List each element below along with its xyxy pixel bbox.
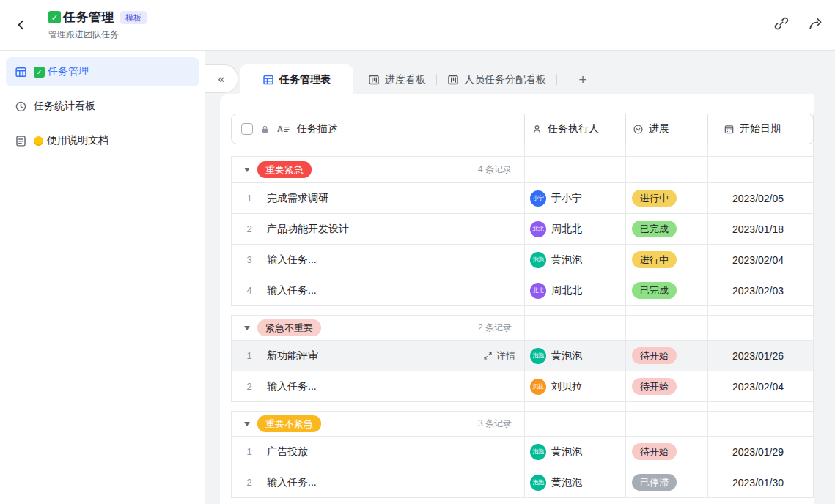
header-assignee-column[interactable]: 任务执行人 (524, 114, 625, 144)
assignee-cell[interactable]: 泡泡 黄泡泡 (524, 341, 625, 371)
assignee-cell[interactable]: 泡泡 黄泡泡 (524, 467, 625, 497)
sidebar-item-label: 使用说明文档 (47, 134, 108, 147)
row-index: 4 (232, 285, 267, 296)
sidebar-item-task-management[interactable]: ✓ 任务管理 (6, 57, 199, 86)
task-cell[interactable]: 3 输入任务... (232, 245, 524, 275)
header-progress-column[interactable]: 进展 (625, 114, 707, 144)
select-field-icon (633, 124, 644, 135)
date-value: 2023/01/30 (732, 477, 784, 489)
progress-cell[interactable]: 已停滞 (625, 467, 707, 497)
column-label: 进展 (649, 122, 669, 136)
task-cell[interactable]: 1 完成需求调研 (232, 183, 524, 213)
collapse-triangle-icon[interactable] (244, 326, 250, 330)
status-badge: 已完成 (632, 282, 677, 299)
task-cell[interactable]: 2 输入任务... (232, 467, 524, 497)
tab-label: 人员任务分配看板 (464, 73, 546, 86)
group-important-urgent: 重要紧急 4 条记录 1 完成需求调研 小宁 于小宁 进行中 (231, 156, 814, 306)
table-row[interactable]: 1 完成需求调研 小宁 于小宁 进行中 2023/02/05 (232, 183, 814, 214)
date-cell[interactable]: 2023/01/26 (707, 341, 813, 371)
status-badge: 进行中 (632, 190, 677, 207)
progress-cell[interactable]: 待开始 (625, 341, 707, 371)
assignee-cell[interactable]: 泡泡 黄泡泡 (524, 245, 625, 275)
progress-cell[interactable]: 待开始 (625, 437, 707, 467)
tab-task-table[interactable]: 任务管理表 (240, 64, 353, 94)
date-cell[interactable]: 2023/02/04 (707, 245, 813, 275)
status-badge: 待开始 (632, 347, 677, 364)
group-header[interactable]: 重要不紧急 3 条记录 (232, 411, 814, 437)
assignee-cell[interactable]: 北北 周北北 (524, 214, 625, 244)
assignee-name: 周北北 (551, 223, 582, 236)
page-subtitle: 管理跟进团队任务 (48, 29, 147, 41)
task-cell[interactable]: 1 新功能评审 详情 (232, 341, 524, 371)
avatar: 泡泡 (530, 475, 546, 491)
table-row[interactable]: 3 输入任务... 泡泡 黄泡泡 进行中 2023/02/04 (232, 245, 814, 275)
assignee-cell[interactable]: 泡泡 黄泡泡 (524, 437, 625, 467)
table-row[interactable]: 4 输入任务... 北北 周北北 已完成 2023/02/03 (232, 275, 814, 306)
date-cell[interactable]: 2023/01/30 (707, 467, 813, 497)
share-button[interactable] (807, 15, 823, 32)
assignee-cell[interactable]: 贝拉 刘贝拉 (524, 371, 625, 401)
header-task-column[interactable]: A 任务描述 (232, 114, 524, 144)
group-header[interactable]: 紧急不重要 2 条记录 (232, 315, 814, 341)
assignee-name: 于小宁 (551, 192, 582, 205)
back-button[interactable] (12, 15, 31, 34)
avatar: 北北 (530, 221, 546, 237)
avatar: 小宁 (530, 190, 546, 207)
table-right-edge (813, 114, 814, 497)
group-urgent-not-important: 紧急不重要 2 条记录 1 新功能评审 (231, 315, 814, 402)
date-cell[interactable]: 2023/01/18 (707, 214, 813, 244)
assignee-cell[interactable]: 北北 周北北 (524, 275, 625, 305)
table-row[interactable]: 2 输入任务... 泡泡 黄泡泡 已停滞 2023/01/30 (232, 467, 814, 498)
sidebar-collapse-button[interactable]: « (205, 64, 238, 93)
assignee-cell[interactable]: 小宁 于小宁 (524, 183, 625, 213)
progress-cell[interactable]: 进行中 (625, 245, 707, 275)
date-value: 2023/01/29 (732, 446, 784, 458)
row-index: 2 (232, 477, 267, 488)
doc-icon (15, 135, 27, 147)
group-header[interactable]: 重要紧急 4 条记录 (232, 156, 814, 183)
task-cell[interactable]: 4 输入任务... (232, 275, 524, 305)
detail-button[interactable]: 详情 (483, 349, 515, 363)
tab-divider (556, 74, 557, 85)
task-cell[interactable]: 2 输入任务... (232, 371, 524, 401)
sidebar-item-label: 任务统计看板 (34, 100, 95, 113)
status-badge: 已停滞 (632, 474, 677, 491)
task-cell[interactable]: 1 广告投放 (232, 437, 524, 467)
collapse-triangle-icon[interactable] (244, 422, 250, 426)
green-check-icon: ✓ (48, 11, 61, 23)
date-cell[interactable]: 2023/02/05 (707, 183, 813, 213)
table-row[interactable]: 1 新功能评审 详情 泡 (232, 341, 814, 371)
sidebar-item-usage-doc[interactable]: 使用说明文档 (6, 126, 199, 155)
progress-cell[interactable]: 待开始 (625, 371, 707, 401)
progress-cell[interactable]: 已完成 (625, 275, 707, 305)
date-cell[interactable]: 2023/02/03 (707, 275, 813, 305)
task-text: 输入任务... (267, 284, 317, 297)
group-badge: 重要不紧急 (257, 415, 321, 432)
collapse-triangle-icon[interactable] (244, 168, 250, 172)
table-row[interactable]: 1 广告投放 泡泡 黄泡泡 待开始 2023/01/29 (232, 437, 814, 467)
date-cell[interactable]: 2023/02/04 (707, 371, 813, 401)
task-cell[interactable]: 2 产品功能开发设计 (232, 214, 524, 244)
column-divider (625, 114, 626, 497)
progress-cell[interactable]: 进行中 (625, 183, 707, 213)
assignee-name: 刘贝拉 (551, 380, 582, 393)
copy-link-button[interactable] (773, 15, 790, 32)
avatar: 贝拉 (530, 379, 546, 395)
avatar: 泡泡 (530, 444, 546, 460)
task-text: 输入任务... (267, 253, 317, 267)
table-row[interactable]: 2 输入任务... 贝拉 刘贝拉 待开始 2023/02/04 (232, 371, 814, 402)
table-body: A 任务描述 (231, 114, 814, 504)
add-view-button[interactable]: + (573, 70, 592, 89)
date-cell[interactable]: 2023/01/29 (707, 437, 813, 467)
tab-staff-allocation-board[interactable]: 人员任务分配看板 (444, 73, 549, 86)
sidebar-item-task-stats-board[interactable]: 任务统计看板 (6, 92, 199, 121)
tab-progress-board[interactable]: 进度看板 (365, 73, 429, 86)
date-value: 2023/02/03 (732, 285, 784, 297)
header-start-date-column[interactable]: 开始日期 (707, 114, 813, 144)
sidebar-item-label: 任务管理 (48, 65, 89, 78)
progress-cell[interactable]: 已完成 (625, 214, 707, 244)
title-block: ✓ 任务管理 模板 管理跟进团队任务 (48, 9, 147, 41)
avatar: 泡泡 (530, 252, 546, 268)
table-row[interactable]: 2 产品功能开发设计 北北 周北北 已完成 2023/01/18 (232, 214, 814, 245)
select-all-checkbox[interactable] (241, 123, 253, 135)
